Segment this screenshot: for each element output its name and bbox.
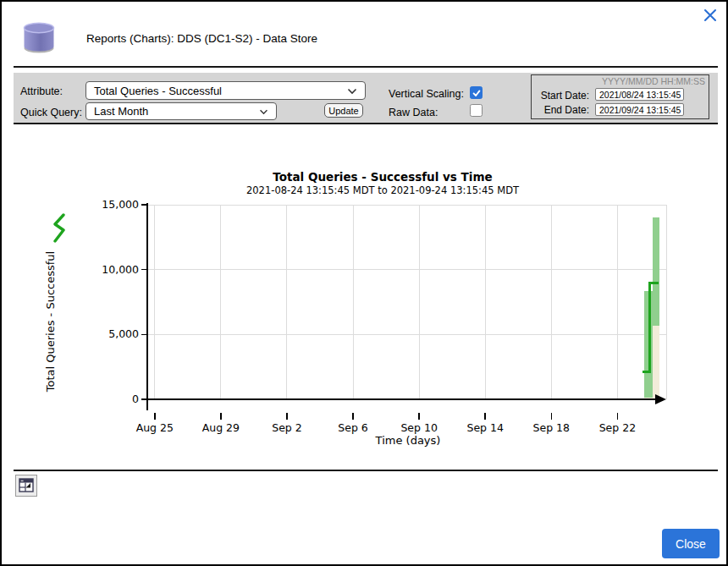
chevron-down-icon xyxy=(259,105,268,118)
raw-data-label: Raw Data: xyxy=(389,107,438,118)
range-bar xyxy=(644,291,653,398)
vertical-scaling-label: Vertical Scaling: xyxy=(389,88,464,100)
x-tick-mark xyxy=(484,413,486,420)
start-date-label: Start Date: xyxy=(537,90,589,102)
x-tick-mark xyxy=(154,413,156,420)
x-tick-mark xyxy=(418,413,420,420)
range-bar xyxy=(653,217,659,326)
date-range-box: YYYY/MM/DD HH:MM:SS Start Date: End Date… xyxy=(531,74,709,119)
end-date-label: End Date: xyxy=(537,104,589,116)
close-button[interactable]: Close xyxy=(662,529,720,558)
v-gridline xyxy=(286,205,287,399)
x-tick-label: Sep 14 xyxy=(455,421,515,434)
x-tick-mark xyxy=(352,413,354,420)
x-tick-mark xyxy=(286,413,288,420)
v-gridline xyxy=(220,205,221,399)
page-title: Reports (Charts): DDS (DC1-S2) - Data St… xyxy=(86,32,317,45)
v-gridline xyxy=(617,205,618,399)
h-gridline xyxy=(147,269,666,270)
x-tick-label: Sep 10 xyxy=(389,421,449,434)
h-gridline xyxy=(147,205,666,206)
y-tick-label: 0 xyxy=(86,393,139,405)
x-tick-label: Sep 6 xyxy=(323,421,383,434)
x-axis-line xyxy=(146,398,659,400)
chart-title: Total Queries - Successful vs Time xyxy=(112,170,654,184)
y-axis-label: Total Queries - Successful xyxy=(44,251,57,392)
x-tick-label: Sep 2 xyxy=(257,421,317,434)
y-tick-mark xyxy=(141,269,147,271)
attribute-selected-value: Total Queries - Successful xyxy=(94,85,222,97)
chevron-down-icon xyxy=(347,85,357,97)
v-gridline xyxy=(551,205,552,399)
area-fill xyxy=(653,283,659,399)
y-tick-label: 5,000 xyxy=(86,327,139,340)
average-line-segment xyxy=(643,371,649,373)
x-tick-label: Aug 25 xyxy=(125,421,185,434)
start-date-input[interactable] xyxy=(595,88,684,101)
y-tick-label: 15,000 xyxy=(86,198,139,211)
chart-subtitle: 2021-08-24 13:15:45 MDT to 2021-09-24 13… xyxy=(112,184,654,196)
x-tick-label: Aug 29 xyxy=(191,421,251,434)
date-format-hint: YYYY/MM/DD HH:MM:SS xyxy=(602,76,705,86)
v-gridline xyxy=(419,205,420,399)
vertical-scaling-checkbox[interactable] xyxy=(470,86,483,99)
chart-line-zigzag-icon xyxy=(52,213,67,249)
database-cylinder-icon xyxy=(20,19,58,55)
attribute-select[interactable]: Total Queries - Successful xyxy=(85,81,366,100)
quick-query-select[interactable]: Last Month xyxy=(85,102,277,120)
footer-divider xyxy=(14,470,718,471)
y-tick-label: 10,000 xyxy=(86,263,139,276)
quick-query-label: Quick Query: xyxy=(20,107,82,118)
quick-query-selected-value: Last Month xyxy=(94,105,148,118)
close-icon[interactable] xyxy=(702,8,719,25)
x-tick-mark xyxy=(551,413,553,420)
y-tick-mark xyxy=(141,398,147,400)
export-chart-icon[interactable] xyxy=(15,475,37,497)
h-gridline xyxy=(147,334,666,335)
x-tick-mark xyxy=(617,413,619,420)
area-fill xyxy=(644,371,653,399)
end-date-input[interactable] xyxy=(595,103,684,116)
v-gridline xyxy=(154,205,155,399)
header-divider xyxy=(14,66,718,68)
y-tick-mark xyxy=(141,204,147,206)
x-tick-label: Sep 18 xyxy=(521,421,581,434)
raw-data-checkbox[interactable] xyxy=(470,104,483,117)
update-button[interactable]: Update xyxy=(324,103,363,118)
x-axis-arrowhead xyxy=(655,394,666,404)
x-tick-mark xyxy=(220,413,222,420)
x-axis-label: Time (days) xyxy=(150,434,666,447)
y-axis-line xyxy=(146,203,148,410)
v-gridline xyxy=(353,205,354,399)
x-tick-label: Sep 22 xyxy=(587,421,647,434)
y-tick-mark xyxy=(141,334,147,336)
chart-toolbar: Attribute: Total Queries - Successful Qu… xyxy=(14,73,718,124)
v-gridline xyxy=(485,205,486,399)
reports-chart-dialog: Reports (Charts): DDS (DC1-S2) - Data St… xyxy=(0,0,728,566)
average-line-connector xyxy=(648,282,651,372)
attribute-label: Attribute: xyxy=(20,85,63,97)
average-line-segment xyxy=(649,282,659,284)
v-gridline-right-edge xyxy=(666,205,667,399)
